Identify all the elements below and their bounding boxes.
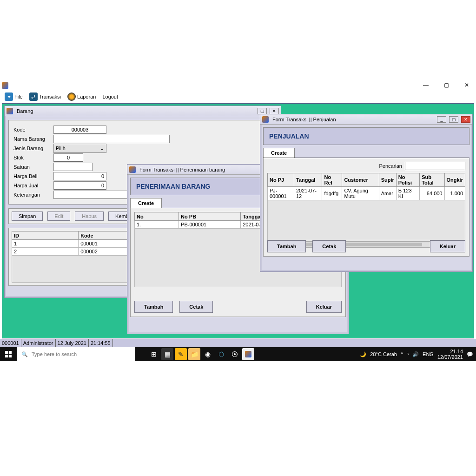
windows-icon bbox=[5, 351, 12, 357]
taskview-icon[interactable]: ⊞ bbox=[148, 348, 160, 360]
label-nama: Nama Barang bbox=[13, 136, 53, 142]
chevron-down-icon: ⌄ bbox=[100, 145, 104, 152]
menu-logout[interactable]: Logout bbox=[100, 93, 120, 100]
clock-date: 12/07/2021 bbox=[437, 354, 463, 360]
menubar: ✦ File ⇄ Transaksi Laporan Logout bbox=[0, 90, 476, 103]
edit-button[interactable]: Edit bbox=[47, 212, 70, 221]
search-input[interactable] bbox=[405, 162, 465, 170]
taskbar-clock[interactable]: 21.14 12/07/2021 bbox=[437, 349, 463, 360]
search-placeholder: Type here to search bbox=[32, 351, 77, 357]
app-icon[interactable]: ▦ bbox=[161, 348, 173, 360]
penjualan-min-button[interactable]: _ bbox=[437, 116, 446, 123]
col-customer[interactable]: Customer bbox=[342, 173, 379, 187]
input-kode[interactable] bbox=[53, 126, 106, 134]
mdi-desktop: Barang ▢ ✕ Kode Nama Barang Jenis Barang… bbox=[2, 103, 474, 338]
input-satuan[interactable] bbox=[53, 163, 93, 171]
search-icon: 🔍 bbox=[21, 351, 28, 357]
window-minimize-button[interactable]: — bbox=[419, 81, 432, 89]
menu-laporan-label: Laporan bbox=[77, 94, 96, 99]
hapus-button[interactable]: Hapus bbox=[75, 212, 104, 221]
label-keterangan: Keterangan bbox=[13, 192, 53, 198]
letterbox-bottom bbox=[0, 361, 476, 476]
barang-max-button[interactable]: ▢ bbox=[258, 108, 267, 114]
barang-titlebar[interactable]: Barang ▢ ✕ bbox=[5, 106, 281, 116]
col-id[interactable]: ID bbox=[12, 231, 79, 240]
wifi-icon[interactable]: ◝ bbox=[407, 351, 409, 357]
taskbar-search[interactable]: 🔍 Type here to search bbox=[17, 347, 135, 361]
penjualan-max-button[interactable]: ▢ bbox=[449, 116, 458, 123]
moon-icon: 🌙 bbox=[360, 351, 366, 357]
penjualan-title: Form Transaksi || Penjualan bbox=[272, 117, 336, 122]
notifications-icon[interactable]: 💬 bbox=[467, 351, 473, 357]
status-id: 000001 bbox=[0, 339, 21, 347]
start-button[interactable] bbox=[0, 347, 17, 361]
menu-file-label: File bbox=[14, 94, 23, 99]
explorer-icon[interactable]: 📁 bbox=[188, 348, 200, 360]
col-nopb[interactable]: No PB bbox=[179, 212, 241, 221]
col-no[interactable]: No bbox=[135, 212, 179, 221]
window-close-button[interactable]: ✕ bbox=[460, 81, 473, 89]
note-icon[interactable]: ✎ bbox=[175, 348, 187, 360]
keluar-button[interactable]: Keluar bbox=[306, 301, 342, 313]
barang-title: Barang bbox=[17, 108, 33, 114]
app-titlebar bbox=[0, 81, 476, 90]
cube-icon[interactable]: ⬡ bbox=[215, 348, 227, 360]
tab-create[interactable]: Create bbox=[130, 198, 162, 208]
menu-file[interactable]: ✦ File bbox=[3, 92, 25, 102]
col-noref[interactable]: No Ref bbox=[322, 173, 342, 187]
tambah-button[interactable]: Tambah bbox=[267, 240, 306, 252]
label-jenis: Jenis Barang bbox=[13, 145, 53, 151]
tambah-button[interactable]: Tambah bbox=[134, 301, 173, 313]
file-icon: ✦ bbox=[5, 93, 13, 101]
chrome-icon[interactable]: ◉ bbox=[202, 348, 214, 360]
status-date: 12 July 2021 bbox=[56, 339, 89, 347]
col-tanggal[interactable]: Tanggal bbox=[294, 173, 322, 187]
menu-transaksi[interactable]: ⇄ Transaksi bbox=[27, 92, 63, 102]
java-icon bbox=[7, 108, 13, 114]
window-penjualan: Form Transaksi || Penjualan _ ▢ ✕ PENJUA… bbox=[260, 114, 473, 272]
penjualan-close-button[interactable]: ✕ bbox=[461, 116, 470, 123]
java-icon bbox=[262, 116, 269, 123]
search-label: Pencarian bbox=[379, 163, 402, 169]
col-ongkir[interactable]: Ongkir bbox=[444, 173, 465, 187]
col-supir[interactable]: Supir bbox=[379, 173, 396, 187]
laporan-icon bbox=[67, 93, 76, 101]
input-harga-beli[interactable] bbox=[53, 172, 106, 180]
cetak-button[interactable]: Cetak bbox=[312, 240, 346, 252]
input-nama-barang[interactable] bbox=[53, 135, 170, 143]
penjualan-titlebar[interactable]: Form Transaksi || Penjualan _ ▢ ✕ bbox=[260, 114, 472, 125]
chevron-up-icon[interactable]: ^ bbox=[401, 351, 403, 357]
col-nopolisi[interactable]: No Polisi bbox=[396, 173, 419, 187]
col-nopj[interactable]: No PJ bbox=[268, 173, 294, 187]
barang-close-button[interactable]: ✕ bbox=[270, 108, 279, 114]
statusbar: 000001 Administrator 12 July 2021 21:14:… bbox=[0, 339, 476, 347]
label-harga-jual: Harga Jual bbox=[13, 183, 53, 188]
table-row[interactable]: PJ-0000012021-07-12 fdgdfgCV. Agung Mutu… bbox=[268, 187, 465, 200]
keluar-button[interactable]: Keluar bbox=[430, 240, 465, 252]
java-icon bbox=[129, 166, 136, 173]
select-jenis-barang[interactable]: Pilih⌄ bbox=[53, 144, 106, 153]
penerimaan-title: Form Transaksi || Penerimaan barang bbox=[139, 167, 225, 172]
label-satuan: Satuan bbox=[13, 164, 53, 170]
lang-indicator[interactable]: ENG bbox=[423, 351, 434, 357]
volume-icon[interactable]: 🔊 bbox=[412, 351, 419, 357]
task-icons: ⊞ ▦ ✎ 📁 ◉ ⬡ ⦿ bbox=[148, 348, 254, 360]
penjualan-content: Pencarian No PJ Tanggal No Ref Customer … bbox=[263, 158, 469, 257]
tab-create[interactable]: Create bbox=[263, 148, 295, 158]
menu-laporan[interactable]: Laporan bbox=[66, 92, 98, 102]
penjualan-table[interactable]: No PJ Tanggal No Ref Customer Supir No P… bbox=[267, 173, 465, 200]
java-icon bbox=[2, 82, 8, 89]
label-kode: Kode bbox=[13, 127, 53, 132]
input-stok[interactable] bbox=[53, 153, 83, 162]
input-harga-jual[interactable] bbox=[53, 181, 106, 190]
weather-text[interactable]: 28°C Cerah bbox=[370, 351, 397, 357]
penerimaan-button-row: Tambah Cetak Keluar bbox=[134, 301, 342, 313]
col-subtotal[interactable]: Sub Total bbox=[420, 173, 444, 187]
label-stok: Stok bbox=[13, 155, 53, 160]
window-maximize-button[interactable]: ▢ bbox=[440, 81, 453, 89]
cetak-button[interactable]: Cetak bbox=[179, 301, 213, 313]
simpan-button[interactable]: Simpan bbox=[12, 212, 43, 221]
java-app-icon[interactable] bbox=[242, 348, 254, 360]
obs-icon[interactable]: ⦿ bbox=[229, 348, 241, 360]
taskbar: 🔍 Type here to search ⊞ ▦ ✎ 📁 ◉ ⬡ ⦿ 🌙 28… bbox=[0, 347, 476, 361]
